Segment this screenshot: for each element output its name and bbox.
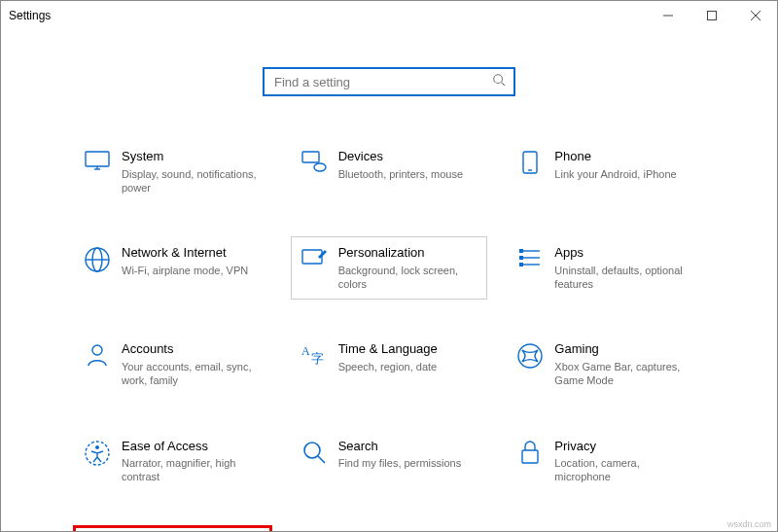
titlebar: Settings bbox=[1, 1, 777, 30]
tile-desc: Location, camera, microphone bbox=[554, 456, 695, 484]
apps-icon bbox=[515, 247, 545, 268]
svg-rect-6 bbox=[86, 152, 109, 166]
tile-gaming[interactable]: Gaming Xbox Game Bar, captures, Game Mod… bbox=[507, 333, 704, 396]
svg-text:字: 字 bbox=[311, 351, 324, 365]
svg-rect-1 bbox=[707, 12, 716, 20]
tile-label: Gaming bbox=[554, 341, 695, 357]
tile-system[interactable]: System Display, sound, notifications, po… bbox=[74, 140, 271, 203]
tile-desc: Uninstall, defaults, optional features bbox=[554, 264, 695, 292]
tile-label: Network & Internet bbox=[122, 245, 248, 261]
tile-content: Phone Link your Android, iPhone bbox=[554, 149, 676, 181]
tile-time-language[interactable]: A字 Time & Language Speech, region, date bbox=[291, 333, 488, 396]
window-title: Settings bbox=[9, 9, 51, 22]
svg-point-29 bbox=[304, 443, 320, 458]
tile-desc: Link your Android, iPhone bbox=[554, 167, 676, 181]
close-icon bbox=[751, 11, 760, 20]
tile-content: Accounts Your accounts, email, sync, wor… bbox=[122, 341, 263, 387]
tile-desc: Background, lock screen, colors bbox=[338, 264, 479, 292]
phone-icon bbox=[515, 151, 545, 174]
tile-content: Personalization Background, lock screen,… bbox=[338, 245, 479, 291]
tile-network[interactable]: Network & Internet Wi-Fi, airplane mode,… bbox=[74, 236, 271, 300]
tile-desc: Find my files, permissions bbox=[338, 456, 462, 470]
svg-point-26 bbox=[518, 344, 542, 368]
tile-content: Devices Bluetooth, printers, mouse bbox=[338, 149, 463, 181]
tile-content: Network & Internet Wi-Fi, airplane mode,… bbox=[122, 245, 248, 277]
search-container bbox=[1, 67, 777, 96]
tile-content: Privacy Location, camera, microphone bbox=[554, 439, 695, 484]
tile-search[interactable]: Search Find my files, permissions bbox=[291, 430, 488, 493]
tile-desc: Display, sound, notifications, power bbox=[122, 167, 263, 195]
tile-content: Apps Uninstall, defaults, optional featu… bbox=[554, 245, 695, 291]
privacy-icon bbox=[515, 441, 545, 464]
tile-update-security[interactable]: Update & Security Windows Update, recove… bbox=[74, 526, 271, 532]
ease-of-access-icon bbox=[83, 441, 112, 466]
tile-desc: Xbox Game Bar, captures, Game Mode bbox=[554, 360, 695, 388]
tile-label: Privacy bbox=[554, 439, 695, 454]
tile-content: Search Find my files, permissions bbox=[338, 439, 462, 471]
tile-desc: Speech, region, date bbox=[338, 360, 438, 373]
tile-label: System bbox=[122, 149, 263, 164]
tile-label: Search bbox=[338, 439, 462, 454]
settings-grid: System Display, sound, notifications, po… bbox=[74, 140, 704, 532]
close-button[interactable] bbox=[733, 1, 777, 30]
tile-label: Phone bbox=[554, 149, 676, 164]
tile-label: Devices bbox=[338, 149, 463, 164]
minimize-button[interactable] bbox=[646, 1, 690, 30]
personalization-icon bbox=[300, 247, 329, 268]
search-tile-icon bbox=[300, 441, 329, 464]
tile-label: Personalization bbox=[338, 245, 479, 261]
tile-apps[interactable]: Apps Uninstall, defaults, optional featu… bbox=[507, 236, 704, 300]
svg-rect-22 bbox=[519, 263, 523, 266]
tile-content: Ease of Access Narrator, magnifier, high… bbox=[122, 439, 263, 484]
maximize-button[interactable] bbox=[690, 1, 733, 30]
tile-desc: Bluetooth, printers, mouse bbox=[338, 167, 463, 181]
tile-desc: Your accounts, email, sync, work, family bbox=[122, 360, 263, 388]
accounts-icon bbox=[83, 343, 112, 367]
svg-rect-20 bbox=[519, 249, 523, 253]
tile-label: Apps bbox=[554, 245, 695, 261]
minimize-icon bbox=[663, 11, 673, 20]
tile-label: Ease of Access bbox=[122, 439, 263, 454]
svg-text:A: A bbox=[301, 344, 310, 358]
search-icon bbox=[492, 73, 506, 90]
tile-content: Gaming Xbox Game Bar, captures, Game Mod… bbox=[554, 341, 695, 387]
svg-rect-21 bbox=[519, 256, 523, 260]
system-icon bbox=[83, 151, 112, 170]
maximize-icon bbox=[707, 11, 717, 20]
svg-point-23 bbox=[92, 345, 102, 355]
gaming-icon bbox=[515, 343, 545, 369]
svg-rect-9 bbox=[302, 152, 319, 162]
tile-content: Time & Language Speech, region, date bbox=[338, 341, 438, 373]
tile-personalization[interactable]: Personalization Background, lock screen,… bbox=[291, 236, 488, 300]
search-box[interactable] bbox=[263, 67, 515, 96]
network-icon bbox=[83, 247, 112, 272]
tile-devices[interactable]: Devices Bluetooth, printers, mouse bbox=[291, 140, 488, 203]
tile-desc: Wi-Fi, airplane mode, VPN bbox=[122, 264, 248, 277]
svg-line-30 bbox=[318, 456, 325, 463]
time-language-icon: A字 bbox=[300, 343, 329, 365]
tile-privacy[interactable]: Privacy Location, camera, microphone bbox=[507, 430, 704, 493]
tile-accounts[interactable]: Accounts Your accounts, email, sync, wor… bbox=[74, 333, 271, 396]
watermark: wsxdn.com bbox=[727, 519, 771, 529]
svg-point-10 bbox=[314, 163, 326, 171]
devices-icon bbox=[300, 151, 329, 172]
svg-point-28 bbox=[95, 445, 99, 449]
search-input[interactable] bbox=[272, 74, 492, 90]
svg-point-4 bbox=[494, 75, 503, 84]
tile-ease-of-access[interactable]: Ease of Access Narrator, magnifier, high… bbox=[74, 430, 271, 493]
tile-content: System Display, sound, notifications, po… bbox=[122, 149, 263, 195]
tile-desc: Narrator, magnifier, high contrast bbox=[122, 456, 263, 484]
tile-label: Accounts bbox=[122, 341, 263, 357]
tile-phone[interactable]: Phone Link your Android, iPhone bbox=[507, 140, 704, 203]
svg-rect-31 bbox=[522, 450, 538, 463]
tile-label: Time & Language bbox=[338, 341, 438, 357]
svg-line-5 bbox=[502, 83, 506, 87]
window-buttons bbox=[646, 1, 777, 30]
